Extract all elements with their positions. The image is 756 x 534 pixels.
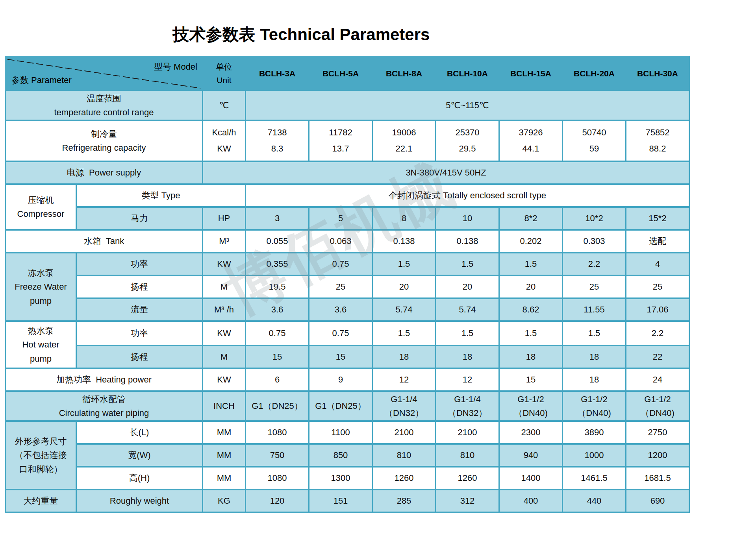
unit-kw: KW xyxy=(203,141,245,157)
row-hot-pump-head: 扬程 M 15 15 18 18 18 18 22 xyxy=(6,346,689,368)
row-roughly-weight: 大约重量 Roughly weight KG 120 151 285 312 4… xyxy=(6,490,689,512)
unit-cell: KW xyxy=(203,321,246,346)
value-cell: 8.62 xyxy=(499,298,563,321)
unit-cell: ℃ xyxy=(203,91,246,120)
value-cell: 3.6 xyxy=(246,298,309,321)
value-cell: 18 xyxy=(563,346,626,368)
value-cell: 2537029.5 xyxy=(436,120,499,161)
value-cell: 11.55 xyxy=(563,298,626,321)
label-zh: （不包括连接 xyxy=(6,448,76,462)
row-power-supply: 电源 Power supply 3N-380V/415V 50HZ xyxy=(6,161,689,184)
value-cell: 1900622.1 xyxy=(372,120,436,161)
unit-cell: M xyxy=(203,275,246,298)
param-label-heating: 加热功率 Heating power xyxy=(6,368,203,391)
row-refrigerating-capacity: 制冷量 Refrigerating capacity Kcal/h KW 713… xyxy=(6,120,689,161)
value-cell: 2100 xyxy=(372,421,436,444)
label-zh: 温度范围 xyxy=(6,92,202,105)
value-cell: 1080 xyxy=(246,421,309,444)
param-label-flow: 流量 xyxy=(76,298,203,321)
value-cell: 1200 xyxy=(626,444,689,467)
row-circulating-piping: 循环水配管 Circulating water piping INCH G1（D… xyxy=(6,391,689,421)
unit-cell: KW xyxy=(203,253,246,275)
row-dimension-height: 高(H) MM 1080 1300 1260 1260 1400 1461.5 … xyxy=(6,467,689,490)
model-header: BCLH-20A xyxy=(563,57,626,91)
unit-label-en: Unit xyxy=(203,74,245,87)
param-label-head: 扬程 xyxy=(76,275,203,298)
value-cell: 1.5 xyxy=(499,253,563,275)
label-en: Hot water xyxy=(6,338,76,351)
value-cell: 1178213.7 xyxy=(309,120,372,161)
param-label-temperature: 温度范围 temperature control range xyxy=(6,91,203,120)
value-cell: 20 xyxy=(372,275,436,298)
value-cell: G1-1/2（DN40) xyxy=(563,391,626,421)
model-axis-label: 型号 Model xyxy=(154,61,197,73)
label-en: Freeze Water xyxy=(6,280,76,294)
param-label-power: 功率 xyxy=(76,253,203,275)
value-cell: 15 xyxy=(246,346,309,368)
row-freeze-pump-head: 扬程 M 19.5 25 20 20 20 25 25 xyxy=(6,275,689,298)
page-title: 技术参数表 Technical Parameters xyxy=(0,0,602,46)
label-en: temperature control range xyxy=(6,105,202,119)
value-cell: 5 xyxy=(309,207,372,230)
value-cell: 10*2 xyxy=(563,207,626,230)
param-label-length: 长(L) xyxy=(76,421,203,444)
value-cell: 12 xyxy=(372,368,436,391)
model-header: BCLH-15A xyxy=(499,57,563,91)
value-cell: 8*2 xyxy=(499,207,563,230)
value-cell: 5074059 xyxy=(563,120,626,161)
value-cell: 1080 xyxy=(246,467,309,490)
param-label-power-supply: 电源 Power supply xyxy=(6,161,203,184)
value-cell: 10 xyxy=(436,207,499,230)
label-en: Refrigerating capacity xyxy=(6,141,202,155)
unit-kcal: Kcal/h xyxy=(203,125,245,141)
value-cell: 1.5 xyxy=(499,321,563,346)
param-label-power: 功率 xyxy=(76,321,203,346)
value-cell: 440 xyxy=(563,490,626,512)
unit-cell: MM xyxy=(203,467,246,490)
value-cell: 3 xyxy=(246,207,309,230)
technical-parameters-table: 型号 Model 参数 Parameter 单位 Unit BCLH-3A BC… xyxy=(5,56,690,513)
value-cell: 0.138 xyxy=(436,230,499,253)
value-cell: 25 xyxy=(309,275,372,298)
value-cell: 18 xyxy=(499,346,563,368)
row-compressor-hp: 马力 HP 3 5 8 10 8*2 10*2 15*2 xyxy=(6,207,689,230)
value-cell: 1681.5 xyxy=(626,467,689,490)
value-cell: 0.75 xyxy=(309,253,372,275)
value-cell: 3890 xyxy=(563,421,626,444)
value-cell: 3N-380V/415V 50HZ xyxy=(203,161,689,184)
unit-cell: KG xyxy=(203,490,246,512)
value-cell: G1-1/2（DN40) xyxy=(499,391,563,421)
model-header: BCLH-10A xyxy=(436,57,499,91)
value-cell: 0.355 xyxy=(246,253,309,275)
value-cell: 1.5 xyxy=(436,321,499,346)
row-temperature-range: 温度范围 temperature control range ℃ 5℃~115℃ xyxy=(6,91,689,120)
value-cell: G1-1/2（DN40) xyxy=(626,391,689,421)
model-header: BCLH-30A xyxy=(626,57,689,91)
row-compressor-type: 压缩机 Compressor 类型 Type 个封闭涡旋式 Totally en… xyxy=(6,184,689,207)
unit-label-zh: 单位 xyxy=(203,60,245,74)
value-cell: 0.202 xyxy=(499,230,563,253)
row-dimension-width: 宽(W) MM 750 850 810 810 940 1000 1200 xyxy=(6,444,689,467)
row-freeze-pump-flow: 流量 M³ /h 3.6 3.6 5.74 5.74 8.62 11.55 17… xyxy=(6,298,689,321)
value-cell: 120 xyxy=(246,490,309,512)
label-en: Circulating water piping xyxy=(6,406,202,420)
value-cell: 1260 xyxy=(436,467,499,490)
row-heating-power: 加热功率 Heating power KW 6 9 12 12 15 18 24 xyxy=(6,368,689,391)
label-zh: 制冷量 xyxy=(6,127,202,141)
value-cell: 0.055 xyxy=(246,230,309,253)
value-cell: 15 xyxy=(309,346,372,368)
param-label-refrigerating: 制冷量 Refrigerating capacity xyxy=(6,120,203,161)
label-en: pump xyxy=(6,294,76,308)
label-zh: 口和脚轮） xyxy=(6,462,76,476)
value-cell: 312 xyxy=(436,490,499,512)
value-cell: 5℃~115℃ xyxy=(246,91,689,120)
param-label-type: 类型 Type xyxy=(76,184,246,207)
model-header: BCLH-8A xyxy=(372,57,436,91)
value-cell: 个封闭涡旋式 Totally enclosed scroll type xyxy=(246,184,689,207)
value-cell: 4 xyxy=(626,253,689,275)
value-cell: 19.5 xyxy=(246,275,309,298)
value-cell: 1300 xyxy=(309,467,372,490)
value-cell: 20 xyxy=(436,275,499,298)
label-zh: 循环水配管 xyxy=(6,392,202,406)
param-label-height: 高(H) xyxy=(76,467,203,490)
